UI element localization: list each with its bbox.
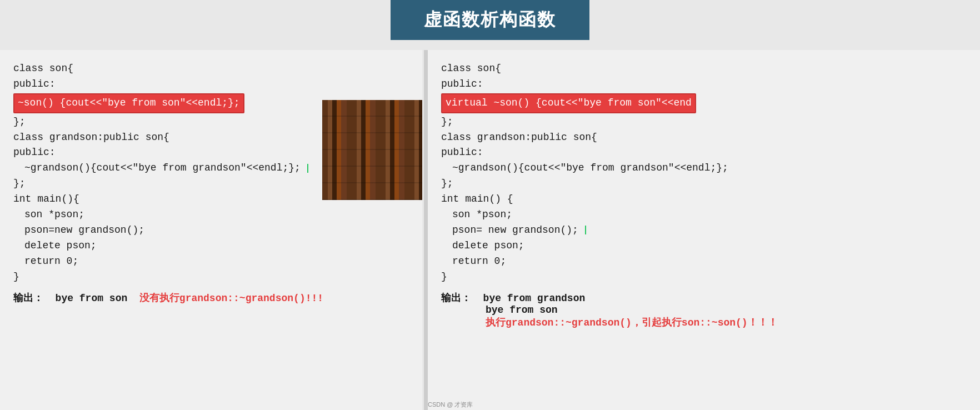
panel-divider (424, 50, 428, 410)
cursor-right (585, 226, 586, 234)
left-output: 输出： bye from son 没有执行grandson::~grandson… (13, 291, 409, 304)
cursor-left (307, 164, 308, 173)
r-code-line-5: class grandson:public son{ (441, 130, 967, 146)
r-code-line-3: virtual ~son() {cout<<"bye from son"<<en… (441, 93, 967, 113)
left-output-line: 输出： bye from son 没有执行grandson::~grandson… (13, 293, 323, 304)
left-code-panel: class son{ public: ~son() {cout<<"bye fr… (0, 50, 422, 410)
code-line-2: public: (13, 77, 409, 92)
code-line-14: } (13, 269, 409, 285)
right-output-code1: bye from grandson (483, 293, 586, 304)
r-code-line-7: ~grandson(){cout<<"bye from grandson"<<e… (441, 161, 967, 176)
highlighted-destructor-left: ~son() {cout<<"bye from son"<<endl;}; (13, 93, 244, 113)
code-line-13: return 0; (13, 254, 409, 269)
left-output-note: 没有执行grandson::~grandson()!!! (139, 293, 323, 304)
r-code-line-1: class son{ (441, 61, 967, 77)
code-line-1: class son{ (13, 61, 409, 77)
code-line-12: delete pson; (13, 238, 409, 254)
right-code-block: class son{ public: virtual ~son() {cout<… (441, 61, 967, 284)
page-title: 虚函数析构函数 (391, 0, 589, 40)
right-output-note: 执行grandson::~grandson()，引起执行son::~son()！… (441, 316, 967, 329)
watermark: CSDN @ 才资库 (428, 401, 473, 409)
code-line-11: pson=new grandson(); (13, 223, 409, 238)
r-code-line-9: int main() { (441, 192, 967, 207)
r-code-line-6: public: (441, 145, 967, 161)
r-code-line-10: son *pson; (441, 207, 967, 223)
right-output: 输出： bye from grandson bye from son 执行gra… (441, 291, 967, 329)
right-output-label: 输出： (441, 293, 483, 304)
right-output-code2: bye from son (486, 304, 558, 316)
right-output-line2: bye from son (441, 304, 967, 316)
bookshelf-image-left (322, 100, 422, 200)
right-output-line1: 输出： bye from grandson (441, 291, 967, 304)
output-label-left: 输出： (13, 293, 56, 304)
r-code-line-4: }; (441, 114, 967, 130)
r-code-line-8: }; (441, 176, 967, 192)
r-code-line-12: delete pson; (441, 238, 967, 254)
r-code-line-14: } (441, 269, 967, 285)
right-code-panel: class son{ public: virtual ~son() {cout<… (428, 50, 980, 410)
r-code-line-2: public: (441, 77, 967, 92)
r-code-line-13: return 0; (441, 254, 967, 269)
r-code-line-11: pson= new grandson(); (441, 223, 967, 238)
highlighted-virtual-destructor-right: virtual ~son() {cout<<"bye from son"<<en… (441, 93, 696, 113)
left-output-code: bye from son (56, 293, 128, 304)
code-line-10: son *pson; (13, 207, 409, 223)
